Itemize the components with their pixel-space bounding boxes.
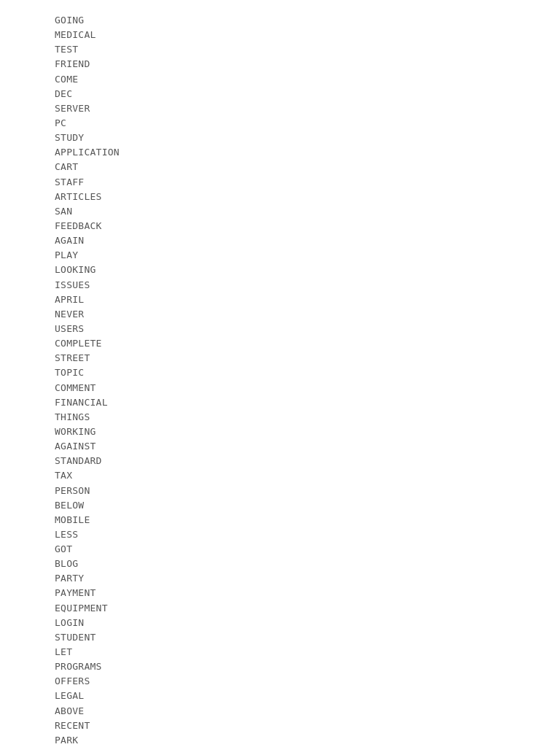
list-item: COME	[55, 72, 505, 87]
list-item: PERSON	[55, 484, 505, 498]
list-item: SAN	[55, 204, 505, 219]
list-item: COMMENT	[55, 381, 505, 395]
list-item: DEC	[55, 87, 505, 101]
list-item: OFFERS	[55, 674, 505, 689]
list-item: PC	[55, 116, 505, 131]
list-item: LET	[55, 645, 505, 659]
list-item: APPLICATION	[55, 145, 505, 160]
list-item: AGAINST	[55, 439, 505, 454]
list-item: GOING	[55, 13, 505, 28]
list-item: CART	[55, 160, 505, 174]
list-item: RECENT	[55, 719, 505, 733]
list-item: AGAIN	[55, 233, 505, 248]
list-item: FINANCIAL	[55, 395, 505, 410]
list-item: STAFF	[55, 175, 505, 190]
list-item: THINGS	[55, 410, 505, 425]
list-item: PAYMENT	[55, 586, 505, 600]
list-item: LOOKING	[55, 263, 505, 277]
list-item: PROGRAMS	[55, 659, 505, 674]
list-item: USERS	[55, 322, 505, 336]
list-item: COMPLETE	[55, 336, 505, 351]
list-item: STREET	[55, 351, 505, 365]
list-item: LESS	[55, 527, 505, 542]
list-item: APRIL	[55, 293, 505, 307]
list-item: MOBILE	[55, 513, 505, 527]
list-item: PARK	[55, 733, 505, 747]
list-item: STUDY	[55, 131, 505, 145]
list-item: FRIEND	[55, 57, 505, 71]
list-item: LEGAL	[55, 689, 505, 703]
list-item: ARTICLES	[55, 190, 505, 204]
list-item: WORKING	[55, 425, 505, 439]
word-list: GOINGMEDICALTESTFRIENDCOMEDECSERVERPCSTU…	[55, 7, 505, 747]
list-item: ABOVE	[55, 704, 505, 719]
list-item: NEVER	[55, 307, 505, 322]
list-item: BLOG	[55, 557, 505, 571]
list-item: ISSUES	[55, 278, 505, 293]
list-item: PARTY	[55, 571, 505, 586]
list-item: BELOW	[55, 498, 505, 513]
list-item: TOPIC	[55, 365, 505, 380]
list-item: FEEDBACK	[55, 219, 505, 233]
list-item: STANDARD	[55, 454, 505, 468]
list-item: EQUIPMENT	[55, 601, 505, 616]
list-item: TEST	[55, 42, 505, 57]
list-item: STUDENT	[55, 630, 505, 645]
list-item: MEDICAL	[55, 28, 505, 42]
list-item: PLAY	[55, 248, 505, 263]
list-item: GOT	[55, 542, 505, 557]
list-item: SERVER	[55, 101, 505, 116]
list-item: TAX	[55, 468, 505, 483]
list-item: LOGIN	[55, 616, 505, 630]
